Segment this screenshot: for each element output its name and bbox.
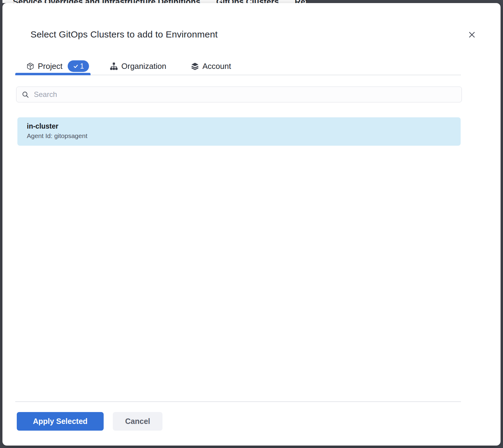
tab-project-label: Project (38, 62, 62, 71)
tab-organization[interactable]: Organization (110, 60, 166, 73)
tab-account-label: Account (202, 62, 231, 71)
active-tab-indicator (15, 73, 91, 75)
apply-selected-button[interactable]: Apply Selected (17, 412, 104, 431)
search-input[interactable] (34, 90, 456, 99)
tab-organization-label: Organization (121, 62, 166, 71)
selected-count-badge: 1 (68, 60, 89, 72)
check-icon (73, 63, 79, 69)
footer-divider (15, 401, 461, 402)
cluster-agent-id: Agent Id: gitopsagent (27, 132, 461, 140)
cluster-list-item-in-cluster[interactable]: in-cluster Agent Id: gitopsagent (17, 117, 461, 146)
scope-tabs: Project 1 (2, 60, 501, 73)
search-box (16, 87, 462, 102)
background-tab-overrides: Service Overrides and Infrastructure Def… (13, 0, 200, 3)
cube-icon (26, 62, 34, 70)
layers-icon (191, 62, 199, 70)
cluster-name: in-cluster (27, 122, 461, 131)
org-chart-icon (110, 62, 118, 70)
close-button[interactable] (467, 30, 477, 40)
dialog-title: Select GitOps Clusters to add to Environ… (30, 29, 218, 40)
background-tab-referenced-by: Referenced by (295, 0, 307, 3)
background-tab-gitops-clusters: GitOps Clusters (216, 0, 279, 3)
close-icon (468, 30, 476, 39)
background-page-tabs: Service Overrides and Infrastructure Def… (2, 0, 307, 3)
search-icon (22, 91, 29, 98)
select-gitops-clusters-dialog: Select GitOps Clusters to add to Environ… (2, 3, 501, 446)
tab-account[interactable]: Account (191, 60, 231, 73)
tab-project[interactable]: Project 1 (26, 60, 89, 73)
selected-count: 1 (80, 62, 84, 70)
cancel-button[interactable]: Cancel (113, 412, 162, 431)
